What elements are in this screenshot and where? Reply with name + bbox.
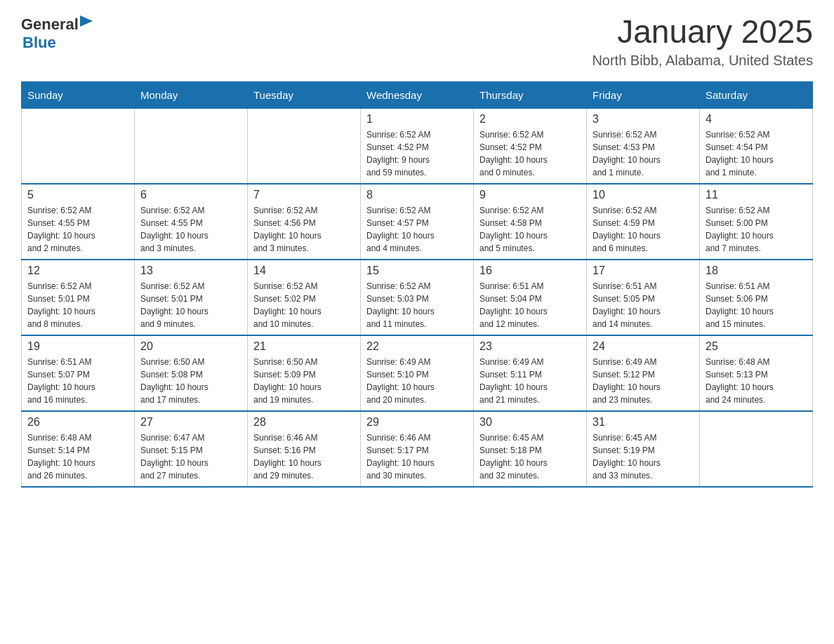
calendar-day-cell: 5Sunrise: 6:52 AM Sunset: 4:55 PM Daylig… [22,184,135,260]
weekday-header-tuesday: Tuesday [248,81,361,108]
day-info: Sunrise: 6:52 AM Sunset: 4:54 PM Dayligh… [706,128,807,179]
day-number: 5 [27,189,128,201]
day-info: Sunrise: 6:45 AM Sunset: 5:19 PM Dayligh… [593,431,694,482]
day-number: 11 [706,189,807,201]
calendar-day-cell: 6Sunrise: 6:52 AM Sunset: 4:55 PM Daylig… [135,184,248,260]
calendar-day-cell: 4Sunrise: 6:52 AM Sunset: 4:54 PM Daylig… [700,108,813,184]
calendar-day-cell: 2Sunrise: 6:52 AM Sunset: 4:52 PM Daylig… [474,108,587,184]
calendar-week-row: 26Sunrise: 6:48 AM Sunset: 5:14 PM Dayli… [22,411,813,487]
day-number: 26 [27,416,128,429]
day-number: 25 [706,340,807,353]
day-info: Sunrise: 6:52 AM Sunset: 4:53 PM Dayligh… [593,128,694,179]
day-info: Sunrise: 6:52 AM Sunset: 5:00 PM Dayligh… [706,204,807,255]
weekday-header-friday: Friday [587,81,700,108]
day-info: Sunrise: 6:48 AM Sunset: 5:13 PM Dayligh… [706,356,807,406]
day-info: Sunrise: 6:52 AM Sunset: 4:56 PM Dayligh… [253,204,355,255]
calendar-day-cell: 19Sunrise: 6:51 AM Sunset: 5:07 PM Dayli… [22,335,135,411]
logo-blue-text: Blue [22,34,95,51]
calendar-day-cell: 20Sunrise: 6:50 AM Sunset: 5:08 PM Dayli… [135,335,248,411]
day-number: 7 [253,189,355,201]
day-number: 13 [140,264,241,277]
calendar-empty-cell [22,108,135,184]
day-number: 3 [593,113,694,126]
day-number: 22 [366,340,468,353]
day-number: 1 [366,113,468,126]
day-info: Sunrise: 6:49 AM Sunset: 5:12 PM Dayligh… [593,356,694,406]
weekday-header-row: SundayMondayTuesdayWednesdayThursdayFrid… [22,81,813,108]
calendar-empty-cell [248,108,361,184]
calendar-day-cell: 23Sunrise: 6:49 AM Sunset: 5:11 PM Dayli… [474,335,587,411]
logo-triangle-icon [80,15,95,31]
day-info: Sunrise: 6:52 AM Sunset: 4:52 PM Dayligh… [479,128,581,179]
weekday-header-sunday: Sunday [22,81,135,108]
day-number: 18 [706,264,807,277]
weekday-header-saturday: Saturday [700,81,813,108]
title-block: January 2025 North Bibb, Alabama, United… [592,14,813,69]
day-info: Sunrise: 6:51 AM Sunset: 5:04 PM Dayligh… [479,280,581,330]
calendar-week-row: 12Sunrise: 6:52 AM Sunset: 5:01 PM Dayli… [22,260,813,335]
day-number: 2 [479,113,581,126]
calendar-day-cell: 14Sunrise: 6:52 AM Sunset: 5:02 PM Dayli… [248,260,361,335]
day-info: Sunrise: 6:52 AM Sunset: 5:02 PM Dayligh… [253,280,355,330]
calendar-day-cell: 17Sunrise: 6:51 AM Sunset: 5:05 PM Dayli… [587,260,700,335]
day-number: 19 [27,340,128,353]
page-header: General Blue January 2025 North Bibb, Al… [21,14,813,69]
calendar-week-row: 1Sunrise: 6:52 AM Sunset: 4:52 PM Daylig… [22,108,813,184]
calendar-day-cell: 7Sunrise: 6:52 AM Sunset: 4:56 PM Daylig… [248,184,361,260]
day-number: 16 [479,264,581,277]
day-info: Sunrise: 6:52 AM Sunset: 4:59 PM Dayligh… [593,204,694,255]
calendar-day-cell: 21Sunrise: 6:50 AM Sunset: 5:09 PM Dayli… [248,335,361,411]
calendar-day-cell: 22Sunrise: 6:49 AM Sunset: 5:10 PM Dayli… [361,335,474,411]
day-number: 10 [593,189,694,201]
day-info: Sunrise: 6:48 AM Sunset: 5:14 PM Dayligh… [27,431,128,482]
calendar-subtitle: North Bibb, Alabama, United States [592,53,813,69]
day-number: 24 [593,340,694,353]
day-number: 15 [366,264,468,277]
day-number: 30 [479,416,581,429]
weekday-header-thursday: Thursday [474,81,587,108]
day-number: 4 [706,113,807,126]
calendar-day-cell: 25Sunrise: 6:48 AM Sunset: 5:13 PM Dayli… [700,335,813,411]
calendar-day-cell: 13Sunrise: 6:52 AM Sunset: 5:01 PM Dayli… [135,260,248,335]
calendar-day-cell: 3Sunrise: 6:52 AM Sunset: 4:53 PM Daylig… [587,108,700,184]
weekday-header-wednesday: Wednesday [361,81,474,108]
calendar-day-cell: 27Sunrise: 6:47 AM Sunset: 5:15 PM Dayli… [135,411,248,487]
day-info: Sunrise: 6:50 AM Sunset: 5:08 PM Dayligh… [140,356,241,406]
calendar-day-cell: 15Sunrise: 6:52 AM Sunset: 5:03 PM Dayli… [361,260,474,335]
day-number: 27 [140,416,241,429]
calendar-week-row: 5Sunrise: 6:52 AM Sunset: 4:55 PM Daylig… [22,184,813,260]
calendar-day-cell: 28Sunrise: 6:46 AM Sunset: 5:16 PM Dayli… [248,411,361,487]
day-info: Sunrise: 6:51 AM Sunset: 5:06 PM Dayligh… [706,280,807,330]
day-number: 17 [593,264,694,277]
svg-marker-0 [80,15,93,27]
day-number: 28 [253,416,355,429]
day-info: Sunrise: 6:49 AM Sunset: 5:11 PM Dayligh… [479,356,581,406]
day-info: Sunrise: 6:45 AM Sunset: 5:18 PM Dayligh… [479,431,581,482]
day-info: Sunrise: 6:47 AM Sunset: 5:15 PM Dayligh… [140,431,241,482]
day-number: 9 [479,189,581,201]
day-info: Sunrise: 6:49 AM Sunset: 5:10 PM Dayligh… [366,356,468,406]
calendar-day-cell: 18Sunrise: 6:51 AM Sunset: 5:06 PM Dayli… [700,260,813,335]
day-number: 29 [366,416,468,429]
calendar-day-cell: 26Sunrise: 6:48 AM Sunset: 5:14 PM Dayli… [22,411,135,487]
calendar-day-cell: 11Sunrise: 6:52 AM Sunset: 5:00 PM Dayli… [700,184,813,260]
calendar-empty-cell [700,411,813,487]
calendar-day-cell: 31Sunrise: 6:45 AM Sunset: 5:19 PM Dayli… [587,411,700,487]
day-info: Sunrise: 6:52 AM Sunset: 4:58 PM Dayligh… [479,204,581,255]
day-number: 6 [140,189,241,201]
day-info: Sunrise: 6:52 AM Sunset: 5:01 PM Dayligh… [140,280,241,330]
weekday-header-monday: Monday [135,81,248,108]
day-info: Sunrise: 6:52 AM Sunset: 4:57 PM Dayligh… [366,204,468,255]
calendar-day-cell: 16Sunrise: 6:51 AM Sunset: 5:04 PM Dayli… [474,260,587,335]
day-info: Sunrise: 6:50 AM Sunset: 5:09 PM Dayligh… [253,356,355,406]
calendar-day-cell: 12Sunrise: 6:52 AM Sunset: 5:01 PM Dayli… [22,260,135,335]
day-info: Sunrise: 6:52 AM Sunset: 4:52 PM Dayligh… [366,128,468,179]
logo: General Blue [21,14,95,52]
calendar-day-cell: 9Sunrise: 6:52 AM Sunset: 4:58 PM Daylig… [474,184,587,260]
day-info: Sunrise: 6:52 AM Sunset: 5:01 PM Dayligh… [27,280,128,330]
day-number: 21 [253,340,355,353]
day-info: Sunrise: 6:46 AM Sunset: 5:17 PM Dayligh… [366,431,468,482]
calendar-empty-cell [135,108,248,184]
day-info: Sunrise: 6:46 AM Sunset: 5:16 PM Dayligh… [253,431,355,482]
calendar-day-cell: 30Sunrise: 6:45 AM Sunset: 5:18 PM Dayli… [474,411,587,487]
